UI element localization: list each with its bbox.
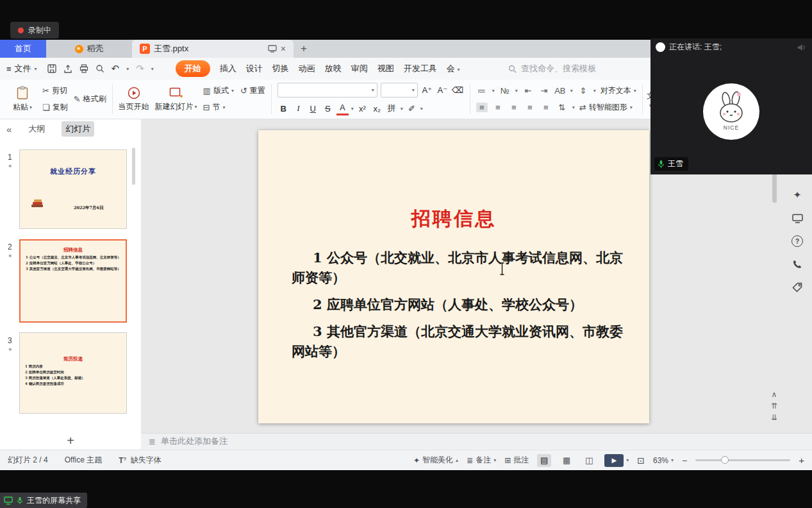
tab-outline[interactable]: 大纲 (24, 121, 49, 137)
slide-text-box[interactable]: 1 公众号（北交就业、北京市人事考试信息网、北京师资等） 2 应聘单位官方网站（… (258, 248, 649, 361)
bold-button[interactable]: B (278, 103, 290, 115)
play-on-device-icon[interactable] (268, 45, 277, 53)
export-icon[interactable] (63, 64, 72, 73)
strikethrough-button[interactable]: S (322, 103, 334, 115)
caret-down-icon[interactable]: ▾ (420, 106, 423, 112)
ribbon-tab-home[interactable]: 开始 (176, 60, 210, 77)
bullets-button[interactable]: ≔ (476, 86, 488, 96)
phonetic-guide-button[interactable]: 拼 (386, 103, 398, 115)
layout-button[interactable]: ▥ 版式 ▾ (203, 85, 234, 97)
highlight-button[interactable]: ✐ (406, 103, 418, 115)
copy-button[interactable]: ❏ 复制 (42, 101, 68, 114)
clear-format-button[interactable]: ⌫ (452, 84, 464, 96)
superscript-button[interactable]: x² (356, 103, 369, 115)
ribbon-tab-transition[interactable]: 切换 (272, 63, 289, 74)
close-tab-icon[interactable]: × (281, 44, 286, 54)
file-menu-button[interactable]: ≡ 文件 ▾ (6, 63, 37, 74)
align-center-button[interactable]: ≡ (492, 103, 504, 112)
line-spacing-button[interactable]: ⇅ (556, 103, 568, 112)
start-from-current-button[interactable]: 当页开始 (119, 87, 149, 112)
command-search[interactable]: 查找命令、搜索模板 (508, 58, 596, 80)
missing-font-warning[interactable]: T? 缺失字体 (119, 455, 161, 466)
ribbon-tab-review[interactable]: 审阅 (351, 63, 368, 74)
share-screen-icon[interactable] (788, 209, 806, 227)
convert-smartart-button[interactable]: ⇄ 转智能图形 ▾ (579, 101, 633, 114)
reset-button[interactable]: ↺ 重置 (240, 85, 265, 97)
paste-button[interactable]: 粘贴▾ (8, 86, 37, 113)
font-size-combo[interactable]: ▾ (381, 83, 418, 97)
justify-button[interactable]: ≡ (524, 103, 536, 112)
save-icon[interactable] (47, 64, 56, 73)
caret-down-icon[interactable]: ▾ (593, 88, 596, 94)
slide-canvas[interactable]: 招聘信息 1 公众号（北交就业、北京市人事考试信息网、北京师资等） 2 应聘单位… (258, 130, 649, 423)
scroll-up-icon[interactable]: ∧ (769, 390, 779, 399)
align-text-button[interactable]: 对齐文本 ▾ (601, 85, 636, 97)
align-left-button[interactable]: ≡ (476, 103, 488, 112)
audio-icon[interactable] (797, 44, 807, 51)
caret-down-icon[interactable]: ▾ (570, 88, 573, 94)
underline-button[interactable]: U (307, 103, 319, 115)
new-tab-button[interactable]: + (294, 40, 314, 58)
align-right-button[interactable]: ≡ (508, 103, 520, 112)
ribbon-tab-design[interactable]: 设计 (246, 63, 263, 74)
comments-button[interactable]: ⊞ 批注 (504, 455, 529, 466)
cut-button[interactable]: ✂ 剪切 (42, 85, 68, 97)
increase-font-button[interactable]: A⁺ (421, 84, 433, 96)
zoom-level[interactable]: 63% ▾ (653, 456, 674, 465)
slide-thumbnail-2[interactable]: 招聘信息 1 公众号（北交就业、北京市人事考试信息网、北京师资等） 2 应聘单位… (19, 239, 127, 323)
collapse-panel-icon[interactable]: « (6, 124, 12, 135)
subscript-button[interactable]: x₂ (371, 103, 383, 115)
print-icon[interactable] (79, 64, 88, 73)
undo-icon[interactable]: ↶ (112, 63, 120, 74)
reading-view-button[interactable]: ◫ (582, 454, 596, 467)
caret-down-icon[interactable]: ▾ (151, 66, 154, 72)
caret-down-icon[interactable]: ▾ (126, 66, 129, 72)
ribbon-tab-devtools[interactable]: 开发工具 (404, 63, 437, 74)
smart-beautify-button[interactable]: ✦ 智能美化 ▴ (413, 455, 458, 466)
italic-button[interactable]: I (292, 103, 304, 115)
new-slide-button[interactable]: 新建幻灯片▾ (155, 87, 197, 112)
zoom-slider-knob[interactable] (721, 456, 729, 464)
format-painter-button[interactable]: ✎ 格式刷 (74, 93, 106, 106)
beautify-sparkle-icon[interactable]: ✦ (788, 186, 806, 204)
slide-thumbnail-1[interactable]: 就业经历分享 2022年7月6日 (19, 149, 127, 229)
vertical-align-button[interactable]: ⇕ (577, 86, 589, 96)
zoom-in-button[interactable]: + (799, 455, 804, 466)
tag-icon[interactable] (788, 278, 806, 296)
numbering-button[interactable]: № (499, 86, 511, 96)
theme-name[interactable]: Office 主题 (65, 455, 102, 466)
slide-thumbnail-3[interactable]: 简历投递 1 简历内容 2 应聘单位简历提交时间 3 简历投递渠道（人事处系统、… (19, 332, 127, 414)
caret-down-icon[interactable]: ▾ (572, 105, 575, 110)
tab-home[interactable]: 首页 (0, 40, 46, 58)
slide-title[interactable]: 招聘信息 (258, 206, 649, 232)
font-color-button[interactable]: A (336, 101, 349, 115)
help-icon[interactable]: ? (788, 232, 806, 250)
text-direction-button[interactable]: AB (554, 86, 566, 96)
decrease-font-button[interactable]: A⁻ (436, 84, 449, 96)
add-slide-button[interactable]: + (0, 434, 141, 448)
zoom-out-button[interactable]: − (682, 455, 687, 466)
play-slideshow-button[interactable]: ▶ ▾ (604, 454, 629, 467)
notes-toggle-button[interactable]: ≣ 备注 ▾ (467, 455, 496, 466)
distribute-button[interactable]: ≡ (540, 103, 552, 112)
redo-icon[interactable]: ↷ (136, 63, 144, 74)
section-button[interactable]: ⊟ 节 ▾ (203, 101, 265, 114)
sidebar-scrollbar[interactable] (132, 148, 135, 185)
font-name-combo[interactable]: ▾ (278, 83, 377, 97)
tab-slides[interactable]: 幻灯片 (62, 121, 94, 137)
previous-slide-button[interactable]: ⇈ (769, 402, 779, 411)
ribbon-tab-animation[interactable]: 动画 (299, 63, 315, 74)
ribbon-tab-insert[interactable]: 插入 (220, 63, 236, 74)
ribbon-tab-slideshow[interactable]: 放映 (325, 63, 342, 74)
zoom-slider[interactable] (695, 459, 790, 461)
notes-bar[interactable]: ≣ 单击此处添加备注 (141, 433, 812, 449)
decrease-indent-button[interactable]: ⇤ (522, 86, 534, 96)
caret-down-icon[interactable]: ▾ (351, 106, 354, 112)
tab-document[interactable]: P 王雪.pptx × (132, 40, 294, 58)
print-preview-icon[interactable] (95, 64, 104, 73)
slide-sorter-view-button[interactable]: ▦ (559, 454, 574, 467)
caret-down-icon[interactable]: ▾ (492, 88, 495, 94)
next-slide-button[interactable]: ⇊ (769, 413, 779, 422)
fit-to-window-icon[interactable]: ⊡ (637, 455, 645, 466)
caret-down-icon[interactable]: ▾ (515, 88, 518, 94)
